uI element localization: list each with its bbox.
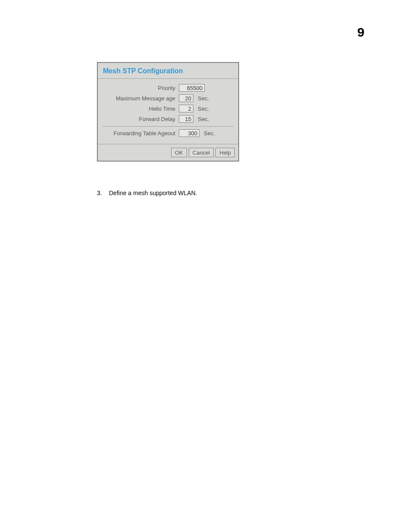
- ok-button[interactable]: OK: [171, 148, 187, 157]
- page-number: 9: [357, 25, 364, 40]
- help-button[interactable]: Help: [215, 148, 235, 157]
- row-forward-delay: Forward Delay Sec.: [102, 115, 234, 123]
- row-fwd-table-ageout: Forwarding Table Ageout Sec.: [102, 129, 234, 137]
- input-forward-delay[interactable]: [179, 115, 193, 123]
- unit-hello-time: Sec.: [198, 106, 209, 112]
- input-priority[interactable]: [179, 84, 205, 92]
- label-hello-time: Hello Time: [102, 106, 179, 112]
- instruction-number: 3.: [97, 190, 109, 196]
- row-hello-time: Hello Time Sec.: [102, 105, 234, 112]
- input-fwd-table-ageout[interactable]: [179, 129, 199, 137]
- dialog-footer: OK Cancel Help: [98, 144, 238, 161]
- unit-max-msg-age: Sec.: [198, 95, 209, 102]
- dialog-title: Mesh STP Configuration: [98, 63, 238, 78]
- unit-fwd-table-ageout: Sec.: [204, 130, 215, 137]
- label-forward-delay: Forward Delay: [102, 116, 179, 122]
- label-priority: Priority: [102, 85, 179, 91]
- unit-forward-delay: Sec.: [198, 116, 209, 122]
- instruction-step: 3. Define a mesh supported WLAN.: [97, 190, 197, 196]
- input-max-msg-age[interactable]: [179, 94, 193, 102]
- row-priority: Priority: [102, 84, 234, 92]
- label-max-msg-age: Maximum Message age: [102, 95, 179, 102]
- dialog-body: Priority Maximum Message age Sec. Hello …: [98, 78, 238, 144]
- label-fwd-table-ageout: Forwarding Table Ageout: [102, 130, 179, 137]
- cancel-button[interactable]: Cancel: [189, 148, 214, 157]
- instruction-text: Define a mesh supported WLAN.: [109, 190, 197, 196]
- mesh-stp-dialog: Mesh STP Configuration Priority Maximum …: [97, 62, 239, 162]
- input-hello-time[interactable]: [179, 105, 193, 112]
- row-max-msg-age: Maximum Message age Sec.: [102, 94, 234, 102]
- section-separator: [102, 126, 234, 127]
